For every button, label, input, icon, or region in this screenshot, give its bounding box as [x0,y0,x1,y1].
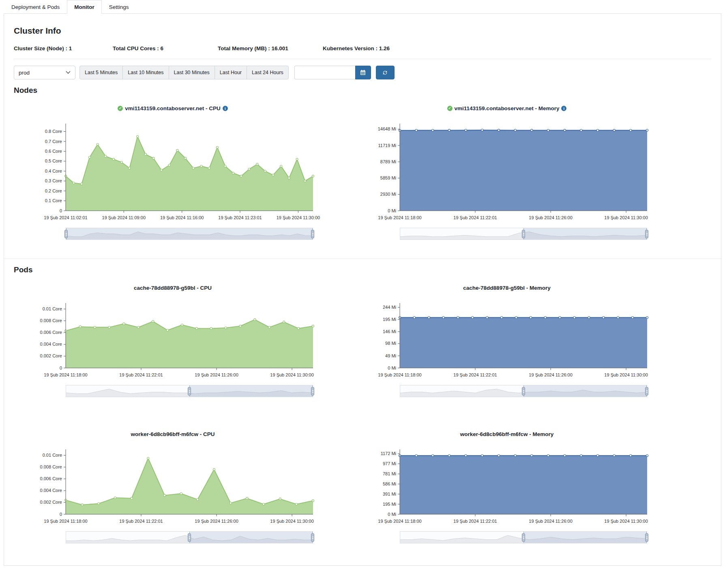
chart-block-worker-memory: worker-6d8cb96bff-m6fcw - Memory 0 Mi195… [362,426,711,543]
last-hour-button[interactable]: Last Hour [214,66,247,79]
svg-text:0.006 Core: 0.006 Core [40,330,62,335]
node-cpu-brush[interactable] [66,228,313,240]
brush-handle-left[interactable] [522,387,525,396]
node-cpu-chart: 00.1 Core0.2 Core0.3 Core0.4 Core0.5 Cor… [28,118,317,222]
cache-cpu-brush[interactable] [66,385,313,397]
svg-text:195 Mi: 195 Mi [383,502,396,507]
brush-handle-right[interactable] [311,387,314,396]
refresh-icon [382,70,388,76]
cache-memory-brush[interactable] [400,385,647,397]
chart-title-node-cpu: ✓ vmi1143159.contaboserver.net - CPU i [28,105,317,111]
chart-title-text: worker-6d8cb96bff-m6fcw - CPU [131,431,214,437]
svg-text:391 Mi: 391 Mi [383,492,396,496]
svg-text:19 Şub 2024 11:23:01: 19 Şub 2024 11:23:01 [218,215,262,220]
svg-text:586 Mi: 586 Mi [383,481,396,486]
chart-block-node-cpu: ✓ vmi1143159.contaboserver.net - CPU i 0… [14,100,362,240]
chart-title-worker-memory: worker-6d8cb96bff-m6fcw - Memory [362,431,651,437]
brush-handle-left[interactable] [188,533,191,542]
svg-text:0: 0 [60,208,62,213]
brush-selection[interactable] [523,228,647,239]
brush-handle-right[interactable] [311,230,314,238]
svg-text:977 Mi: 977 Mi [383,461,396,466]
svg-text:0.01 Core: 0.01 Core [43,453,62,458]
calendar-button[interactable] [355,66,371,79]
svg-text:0: 0 [60,366,62,370]
svg-text:19 Şub 2024 11:30:00: 19 Şub 2024 11:30:00 [270,519,313,524]
last-24-hours-button[interactable]: Last 24 Hours [247,66,289,79]
tab-monitor[interactable]: Monitor [67,0,102,14]
worker-memory-brush[interactable] [400,531,647,543]
svg-text:8789 Mi: 8789 Mi [380,159,396,164]
cache-memory-chart: 0 Mi49 Mi98 Mi146 Mi195 Mi244 Mi19 Şub 2… [362,297,651,379]
svg-text:14648 Mi: 14648 Mi [378,126,396,131]
svg-text:0.002 Core: 0.002 Core [40,353,62,358]
brush-handle-left[interactable] [522,230,525,238]
chart-title-cache-cpu: cache-78dd88978-g59bl - CPU [28,285,317,291]
tab-deployment-pods[interactable]: Deployment & Pods [4,0,67,13]
chart-title-node-memory: ✓ vmi1143159.contaboserver.net - Memory … [362,105,651,111]
svg-text:0.7 Core: 0.7 Core [45,139,62,144]
svg-text:0.5 Core: 0.5 Core [45,158,62,163]
svg-text:0.1 Core: 0.1 Core [45,198,62,203]
refresh-button[interactable] [376,66,395,79]
status-ok-icon: ✓ [118,106,123,111]
node-memory-brush[interactable] [400,228,647,240]
svg-text:0.8 Core: 0.8 Core [45,129,62,134]
brush-handle-left[interactable] [188,387,191,396]
divider [4,259,721,259]
brush-handle-right[interactable] [645,387,648,396]
svg-text:0 Mi: 0 Mi [388,512,396,517]
namespace-select[interactable]: prod [14,66,75,79]
chart-title-worker-cpu: worker-6d8cb96bff-m6fcw - CPU [28,431,317,437]
chart-title-text: vmi1143159.contaboserver.net - Memory [455,105,560,111]
last-30-minutes-button[interactable]: Last 30 Minutes [169,66,215,79]
cluster-size-text: Cluster Size (Node) : 1 [14,45,113,51]
svg-text:19 Şub 2024 11:18:00: 19 Şub 2024 11:18:00 [378,372,421,377]
worker-cpu-brush[interactable] [66,531,313,543]
brush-handle-left[interactable] [522,533,525,542]
svg-text:19 Şub 2024 11:30:00: 19 Şub 2024 11:30:00 [604,519,648,524]
svg-text:0.008 Core: 0.008 Core [40,318,62,323]
total-cpu-cores-text: Total CPU Cores : 6 [113,45,218,51]
info-icon[interactable]: i [561,106,566,111]
svg-text:19 Şub 2024 11:18:00: 19 Şub 2024 11:18:00 [378,519,421,524]
svg-text:0.004 Core: 0.004 Core [40,488,62,493]
cluster-info-heading: Cluster Info [14,26,711,36]
svg-text:0.004 Core: 0.004 Core [40,342,62,346]
brush-handle-right[interactable] [311,533,314,542]
svg-text:5859 Mi: 5859 Mi [380,175,396,180]
brush-handle-left[interactable] [64,230,68,238]
nodes-section-heading: Nodes [14,86,711,95]
brush-selection[interactable] [523,385,647,397]
last-10-minutes-button[interactable]: Last 10 Minutes [122,66,169,79]
worker-memory-chart: 0 Mi195 Mi391 Mi586 Mi781 Mi977 Mi1172 M… [362,444,651,526]
svg-text:0.4 Core: 0.4 Core [45,169,62,173]
svg-text:19 Şub 2024 11:22:01: 19 Şub 2024 11:22:01 [453,372,497,377]
chart-title-text: cache-78dd88978-g59bl - CPU [134,285,212,291]
last-5-minutes-button[interactable]: Last 5 Minutes [79,66,123,79]
brush-selection[interactable] [189,385,313,397]
svg-text:0 Mi: 0 Mi [388,208,396,213]
brush-selection[interactable] [66,228,313,239]
tab-settings[interactable]: Settings [102,0,136,13]
info-icon[interactable]: i [223,106,228,111]
svg-text:19 Şub 2024 11:26:00: 19 Şub 2024 11:26:00 [529,215,572,220]
chart-title-text: cache-78dd88978-g59bl - Memory [463,285,550,291]
time-range-button-group: Last 5 Minutes Last 10 Minutes Last 30 M… [79,66,289,79]
svg-text:195 Mi: 195 Mi [383,317,396,322]
svg-text:19 Şub 2024 11:30:00: 19 Şub 2024 11:30:00 [277,215,320,220]
brush-handle-right[interactable] [645,533,648,542]
worker-cpu-chart: 00.002 Core0.004 Core0.006 Core0.008 Cor… [28,444,317,526]
chart-block-cache-memory: cache-78dd88978-g59bl - Memory 0 Mi49 Mi… [362,280,711,397]
svg-text:19 Şub 2024 11:22:01: 19 Şub 2024 11:22:01 [453,215,497,220]
monitor-panel: Cluster Info Cluster Size (Node) : 1 Tot… [4,13,721,566]
svg-text:146 Mi: 146 Mi [383,329,396,334]
divider [14,59,711,59]
brush-selection[interactable] [523,532,647,543]
brush-handle-right[interactable] [645,230,648,238]
svg-text:19 Şub 2024 11:16:00: 19 Şub 2024 11:16:00 [160,215,204,220]
brush-selection[interactable] [189,532,313,543]
svg-text:781 Mi: 781 Mi [383,471,396,476]
date-range-input[interactable] [294,66,355,79]
cluster-info-row: Cluster Size (Node) : 1 Total CPU Cores … [14,45,711,51]
